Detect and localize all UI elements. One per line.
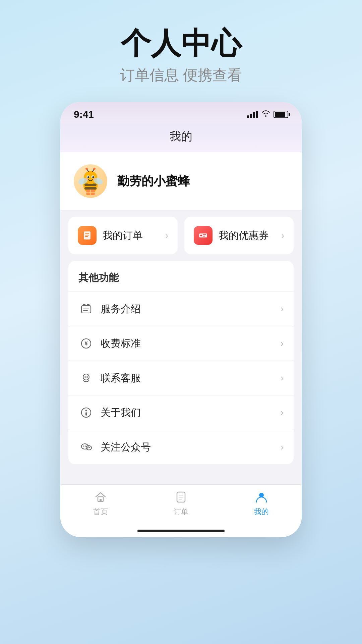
svg-point-44 xyxy=(87,447,88,448)
content-area: 勤劳的小蜜蜂 我的订单 › xyxy=(60,152,302,484)
svg-point-36 xyxy=(86,376,88,378)
phone-frame: 9:41 我的 xyxy=(60,102,302,537)
orders-tab-icon xyxy=(174,490,188,504)
tab-home-label: 首页 xyxy=(93,507,108,517)
svg-rect-26 xyxy=(203,236,205,236)
coupons-chevron: › xyxy=(281,230,284,241)
tab-bar: 首页 订单 我的 xyxy=(60,484,302,527)
page-subtitle: 订单信息 便携查看 xyxy=(120,65,242,85)
svg-point-38 xyxy=(85,410,87,412)
tab-home[interactable]: 首页 xyxy=(74,490,127,517)
signal-icon xyxy=(247,111,258,118)
svg-point-11 xyxy=(94,168,96,170)
svg-point-35 xyxy=(84,376,86,378)
wifi-icon xyxy=(261,110,270,119)
svg-rect-25 xyxy=(203,234,206,235)
svg-rect-20 xyxy=(85,233,89,234)
quick-actions: 我的订单 › 我的优惠券 › xyxy=(60,217,302,254)
svg-point-41 xyxy=(86,446,92,450)
page-title: 个人中心 xyxy=(120,27,242,60)
status-time: 9:41 xyxy=(74,109,94,120)
coupons-label: 我的优惠券 xyxy=(219,229,275,243)
svg-rect-2 xyxy=(84,187,97,190)
functions-section: 其他功能 服务介绍 › xyxy=(68,261,294,464)
svg-point-42 xyxy=(83,445,84,447)
coupons-icon xyxy=(194,226,213,245)
orders-icon xyxy=(78,226,97,245)
orders-chevron: › xyxy=(165,230,168,241)
svg-point-24 xyxy=(200,235,202,236)
svg-rect-29 xyxy=(87,304,89,306)
home-bar xyxy=(137,530,225,532)
follow-label: 关注公众号 xyxy=(101,440,274,454)
svg-point-9 xyxy=(85,168,87,170)
mine-icon xyxy=(254,490,268,504)
follow-item[interactable]: 关注公众号 › xyxy=(68,430,294,464)
about-item[interactable]: 关于我们 › xyxy=(68,395,294,430)
svg-point-6 xyxy=(87,176,89,178)
tab-orders-label: 订单 xyxy=(174,507,188,517)
svg-point-45 xyxy=(89,447,90,448)
about-label: 关于我们 xyxy=(101,406,274,420)
svg-rect-21 xyxy=(85,235,89,235)
tab-orders[interactable]: 订单 xyxy=(154,490,208,517)
about-icon xyxy=(78,405,94,420)
contact-label: 联系客服 xyxy=(101,371,274,385)
functions-section-title: 其他功能 xyxy=(68,261,294,291)
pricing-label: 收费标准 xyxy=(101,337,274,351)
follow-icon xyxy=(78,439,94,455)
pricing-chevron: › xyxy=(281,338,284,349)
nav-bar: 我的 xyxy=(60,123,302,152)
svg-rect-39 xyxy=(85,412,87,416)
svg-rect-22 xyxy=(85,236,88,237)
service-intro-icon xyxy=(78,301,94,317)
my-orders-card[interactable]: 我的订单 › xyxy=(68,217,178,254)
svg-rect-47 xyxy=(100,499,102,501)
svg-point-34 xyxy=(83,374,89,380)
profile-section: 勤劳的小蜜蜂 xyxy=(60,152,302,210)
about-chevron: › xyxy=(281,407,284,418)
pricing-icon: ¥ xyxy=(78,336,94,351)
service-intro-item[interactable]: 服务介绍 › xyxy=(68,291,294,326)
avatar xyxy=(74,164,107,198)
orders-label: 我的订单 xyxy=(103,229,159,243)
status-icons xyxy=(247,110,288,119)
battery-icon xyxy=(274,111,288,118)
svg-point-43 xyxy=(85,445,86,447)
svg-point-7 xyxy=(92,176,94,178)
home-icon xyxy=(94,490,108,504)
follow-chevron: › xyxy=(281,442,284,452)
username: 勤劳的小蜜蜂 xyxy=(117,173,190,190)
page-header: 个人中心 订单信息 便携查看 xyxy=(120,27,242,85)
contact-chevron: › xyxy=(281,373,284,383)
tab-mine[interactable]: 我的 xyxy=(235,490,288,517)
svg-point-14 xyxy=(85,178,88,180)
contact-icon xyxy=(78,370,94,386)
my-coupons-card[interactable]: 我的优惠券 › xyxy=(184,217,294,254)
service-intro-chevron: › xyxy=(281,304,284,314)
tab-mine-label: 我的 xyxy=(254,507,269,517)
service-intro-label: 服务介绍 xyxy=(101,302,274,316)
bee-mascot-icon xyxy=(75,166,106,196)
home-indicator xyxy=(60,527,302,537)
contact-item[interactable]: 联系客服 › xyxy=(68,361,294,395)
status-bar: 9:41 xyxy=(60,102,302,123)
svg-point-15 xyxy=(93,178,96,180)
pricing-item[interactable]: ¥ 收费标准 › xyxy=(68,326,294,361)
svg-rect-28 xyxy=(83,304,85,306)
nav-title: 我的 xyxy=(170,130,192,143)
svg-text:¥: ¥ xyxy=(85,341,88,346)
